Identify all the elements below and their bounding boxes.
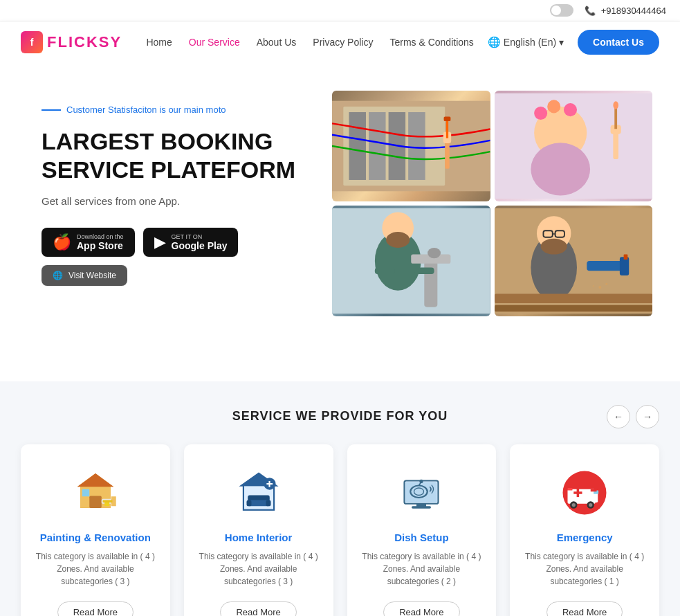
svg-rect-3 [369, 112, 385, 180]
svg-point-70 [420, 480, 423, 483]
nav-terms[interactable]: Terms & Conditions [389, 37, 473, 48]
nav-privacy-policy[interactable]: Privacy Policy [313, 37, 373, 48]
svg-marker-48 [77, 473, 114, 487]
svg-rect-39 [495, 294, 653, 303]
svg-rect-52 [104, 502, 109, 506]
svg-rect-59 [248, 496, 270, 500]
next-arrow-button[interactable]: → [636, 405, 659, 428]
service-name-dish: Dish Setup [361, 532, 483, 543]
logo-text: FLICKSY [47, 33, 122, 51]
svg-rect-66 [412, 506, 431, 509]
svg-point-14 [547, 100, 560, 113]
tagline-text: Customer Statisfaciton is our main moto [66, 105, 226, 115]
language-label: English (En) [504, 37, 556, 48]
service-desc-painting: This category is available in ( 4 ) Zone… [35, 550, 156, 588]
googleplay-icon: ▶ [154, 233, 166, 251]
service-name-painting: Painting & Renovation [35, 532, 156, 543]
nav-our-service[interactable]: Our Service [189, 37, 240, 48]
services-title: SERVICE WE PROVIDE FOR YOU [232, 409, 448, 424]
svg-point-77 [572, 503, 576, 507]
service-desc-home: This category is available in ( 4 ) Zone… [198, 550, 320, 588]
svg-point-79 [589, 503, 592, 507]
phone-number: 📞 +918930444464 [585, 6, 666, 16]
hero-section: Customer Statisfaciton is our main moto … [0, 63, 680, 381]
navbar: f FLICKSY Home Our Service About Us Priv… [0, 21, 680, 63]
svg-rect-27 [414, 268, 434, 275]
hero-image-beauty [495, 91, 653, 201]
read-more-dish[interactable]: Read More [383, 601, 459, 616]
electrical-image-content [332, 91, 490, 201]
service-card-home: Home Interior This category is available… [184, 444, 333, 616]
service-name-home: Home Interior [198, 532, 320, 543]
svg-point-26 [428, 248, 441, 258]
services-header: SERVICE WE PROVIDE FOR YOU ← → [21, 409, 659, 424]
svg-rect-58 [266, 500, 270, 507]
website-icon: 🌐 [53, 271, 63, 280]
hero-left: Customer Statisfaciton is our main moto … [42, 91, 304, 286]
prev-arrow-button[interactable]: ← [607, 405, 630, 428]
nav-arrows: ← → [607, 405, 659, 428]
dish-icon [394, 465, 449, 520]
contact-button[interactable]: Contact Us [578, 30, 659, 55]
appstore-button[interactable]: 🍎 Download on the App Store [42, 228, 135, 257]
emergency-icon [557, 465, 612, 520]
store-btn-row: 🍎 Download on the App Store ▶ GET IT ON … [42, 228, 304, 257]
svg-rect-62 [268, 481, 270, 487]
store-buttons: 🍎 Download on the App Store ▶ GET IT ON … [42, 228, 304, 286]
toggle-knob [551, 6, 561, 15]
beauty-image-content [495, 91, 653, 201]
svg-rect-82 [591, 489, 597, 492]
svg-rect-18 [614, 107, 617, 129]
svg-rect-40 [495, 305, 653, 312]
hero-tagline: Customer Statisfaciton is our main moto [42, 105, 304, 115]
svg-rect-37 [619, 257, 628, 275]
svg-rect-5 [408, 112, 425, 180]
nav-links: Home Our Service About Us Privacy Policy… [146, 37, 473, 48]
service-desc-dish: This category is available in ( 4 ) Zone… [361, 550, 483, 588]
svg-point-19 [613, 101, 618, 109]
logo-letter: f [30, 37, 34, 48]
svg-rect-80 [568, 488, 573, 491]
svg-rect-28 [375, 268, 395, 275]
svg-point-15 [563, 103, 576, 116]
svg-rect-47 [82, 489, 90, 497]
svg-rect-75 [577, 489, 580, 497]
toggle-container[interactable] [550, 4, 573, 17]
logo-icon: f [21, 31, 43, 53]
svg-rect-51 [102, 500, 112, 503]
painting-icon [68, 465, 123, 520]
service-card-emergency: Emergency This category is available in … [510, 444, 659, 616]
read-more-home[interactable]: Read More [220, 601, 296, 616]
svg-point-23 [386, 232, 410, 248]
language-selector[interactable]: 🌐 English (En) ▾ [488, 36, 564, 48]
googleplay-button[interactable]: ▶ GET IT ON Google Play [143, 228, 239, 257]
visit-website-button[interactable]: 🌐 Visit Website [42, 265, 127, 286]
googleplay-text: GET IT ON Google Play [172, 233, 228, 251]
chevron-down-icon: ▾ [559, 37, 564, 48]
services-section: SERVICE WE PROVIDE FOR YOU ← → [0, 381, 680, 616]
hero-image-carpentry [495, 206, 653, 316]
logo[interactable]: f FLICKSY [21, 31, 122, 53]
service-cards: Painting & Renovation This category is a… [21, 444, 659, 616]
top-bar: 📞 +918930444464 [0, 0, 680, 21]
read-more-emergency[interactable]: Read More [546, 601, 623, 616]
svg-rect-38 [623, 254, 627, 260]
read-more-painting[interactable]: Read More [57, 601, 134, 616]
appstore-text: Download on the App Store [77, 233, 124, 251]
service-card-dish: Dish Setup This category is available in… [347, 444, 497, 616]
plumbing-image-content [332, 206, 490, 316]
svg-point-13 [534, 107, 547, 120]
svg-point-43 [592, 285, 594, 287]
tagline-line [42, 109, 61, 111]
service-card-painting: Painting & Renovation This category is a… [21, 444, 170, 616]
nav-about-us[interactable]: About Us [257, 37, 297, 48]
svg-point-12 [531, 143, 590, 195]
hero-images [332, 91, 652, 316]
svg-rect-46 [89, 496, 102, 508]
svg-point-42 [605, 283, 607, 285]
toggle-switch[interactable] [550, 4, 573, 17]
nav-home[interactable]: Home [146, 37, 172, 48]
globe-icon: 🌐 [488, 36, 501, 48]
service-name-emergency: Emergency [524, 532, 645, 543]
service-desc-emergency: This category is available in ( 4 ) Zone… [524, 550, 645, 588]
